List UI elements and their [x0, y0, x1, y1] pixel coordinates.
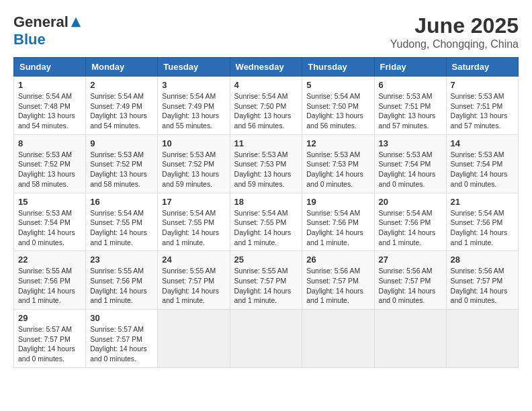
day-info: Sunrise: 5:53 AMSunset: 7:54 PMDaylight:… — [379, 150, 442, 189]
calendar-header-row: SundayMondayTuesdayWednesdayThursdayFrid… — [14, 58, 519, 77]
day-info: Sunrise: 5:55 AMSunset: 7:56 PMDaylight:… — [90, 266, 153, 306]
calendar-week-row: 29Sunrise: 5:57 AMSunset: 7:57 PMDayligh… — [14, 310, 519, 368]
day-number: 12 — [306, 138, 369, 148]
day-header-monday: Monday — [86, 58, 158, 77]
calendar-week-row: 1Sunrise: 5:54 AMSunset: 7:48 PMDaylight… — [14, 77, 519, 135]
calendar-cell: 28Sunrise: 5:56 AMSunset: 7:57 PMDayligh… — [446, 251, 518, 310]
day-number: 25 — [234, 255, 298, 265]
calendar-cell: 5Sunrise: 5:54 AMSunset: 7:50 PMDaylight… — [302, 77, 374, 135]
day-header-sunday: Sunday — [14, 58, 86, 77]
logo-blue-text: Blue — [13, 31, 46, 48]
day-info: Sunrise: 5:53 AMSunset: 7:54 PMDaylight:… — [18, 208, 81, 248]
calendar-cell: 17Sunrise: 5:54 AMSunset: 7:55 PMDayligh… — [158, 193, 230, 251]
calendar-week-row: 15Sunrise: 5:53 AMSunset: 7:54 PMDayligh… — [14, 193, 519, 251]
day-info: Sunrise: 5:54 AMSunset: 7:56 PMDaylight:… — [451, 208, 514, 248]
calendar-cell: 7Sunrise: 5:53 AMSunset: 7:51 PMDaylight… — [446, 77, 518, 135]
day-info: Sunrise: 5:55 AMSunset: 7:56 PMDaylight:… — [18, 266, 81, 306]
day-number: 6 — [379, 80, 442, 90]
day-header-wednesday: Wednesday — [230, 58, 302, 77]
day-info: Sunrise: 5:55 AMSunset: 7:57 PMDaylight:… — [234, 266, 298, 306]
page-header: General Blue June 2025 Yudong, Chongqing… — [13, 13, 519, 50]
calendar-cell — [446, 310, 518, 368]
calendar-cell — [230, 310, 302, 368]
calendar-cell — [158, 310, 230, 368]
calendar-cell: 29Sunrise: 5:57 AMSunset: 7:57 PMDayligh… — [14, 310, 86, 368]
calendar-cell: 18Sunrise: 5:54 AMSunset: 7:55 PMDayligh… — [230, 193, 302, 251]
calendar-cell: 12Sunrise: 5:53 AMSunset: 7:53 PMDayligh… — [302, 134, 374, 193]
calendar-cell: 4Sunrise: 5:54 AMSunset: 7:50 PMDaylight… — [230, 77, 302, 135]
calendar-cell: 19Sunrise: 5:54 AMSunset: 7:56 PMDayligh… — [302, 193, 374, 251]
calendar-week-row: 8Sunrise: 5:53 AMSunset: 7:52 PMDaylight… — [14, 134, 519, 193]
month-year-title: June 2025 — [390, 13, 519, 38]
calendar-cell: 30Sunrise: 5:57 AMSunset: 7:57 PMDayligh… — [86, 310, 158, 368]
calendar-cell: 6Sunrise: 5:53 AMSunset: 7:51 PMDaylight… — [374, 77, 446, 135]
day-header-friday: Friday — [374, 58, 446, 77]
calendar-cell: 21Sunrise: 5:54 AMSunset: 7:56 PMDayligh… — [446, 193, 518, 251]
day-info: Sunrise: 5:54 AMSunset: 7:49 PMDaylight:… — [90, 91, 153, 131]
logo-general-text: General — [13, 13, 69, 31]
day-number: 21 — [451, 197, 514, 207]
day-info: Sunrise: 5:54 AMSunset: 7:50 PMDaylight:… — [234, 91, 298, 131]
calendar-cell: 13Sunrise: 5:53 AMSunset: 7:54 PMDayligh… — [374, 134, 446, 193]
calendar-cell: 20Sunrise: 5:54 AMSunset: 7:56 PMDayligh… — [374, 193, 446, 251]
day-number: 28 — [451, 255, 514, 265]
day-info: Sunrise: 5:53 AMSunset: 7:52 PMDaylight:… — [18, 150, 81, 189]
calendar-cell: 2Sunrise: 5:54 AMSunset: 7:49 PMDaylight… — [86, 77, 158, 135]
calendar-cell: 24Sunrise: 5:55 AMSunset: 7:57 PMDayligh… — [158, 251, 230, 310]
day-info: Sunrise: 5:54 AMSunset: 7:55 PMDaylight:… — [162, 208, 225, 248]
day-number: 26 — [306, 255, 369, 265]
calendar-cell: 8Sunrise: 5:53 AMSunset: 7:52 PMDaylight… — [14, 134, 86, 193]
day-number: 2 — [90, 80, 153, 90]
day-header-saturday: Saturday — [446, 58, 518, 77]
calendar-cell: 1Sunrise: 5:54 AMSunset: 7:48 PMDaylight… — [14, 77, 86, 135]
calendar-cell: 11Sunrise: 5:53 AMSunset: 7:53 PMDayligh… — [230, 134, 302, 193]
day-number: 13 — [379, 138, 442, 148]
day-number: 7 — [451, 80, 514, 90]
day-info: Sunrise: 5:55 AMSunset: 7:57 PMDaylight:… — [162, 266, 225, 306]
location-subtitle: Yudong, Chongqing, China — [390, 38, 519, 50]
calendar-week-row: 22Sunrise: 5:55 AMSunset: 7:56 PMDayligh… — [14, 251, 519, 310]
title-block: June 2025 Yudong, Chongqing, China — [390, 13, 519, 50]
day-info: Sunrise: 5:57 AMSunset: 7:57 PMDaylight:… — [18, 324, 81, 364]
day-number: 18 — [234, 197, 298, 207]
day-info: Sunrise: 5:54 AMSunset: 7:50 PMDaylight:… — [306, 91, 369, 131]
day-info: Sunrise: 5:53 AMSunset: 7:51 PMDaylight:… — [379, 91, 442, 131]
day-number: 10 — [162, 138, 225, 148]
day-info: Sunrise: 5:56 AMSunset: 7:57 PMDaylight:… — [451, 266, 514, 306]
day-number: 5 — [306, 80, 369, 90]
day-number: 11 — [234, 138, 298, 148]
calendar-cell: 16Sunrise: 5:54 AMSunset: 7:55 PMDayligh… — [86, 193, 158, 251]
day-number: 24 — [162, 255, 225, 265]
day-info: Sunrise: 5:53 AMSunset: 7:53 PMDaylight:… — [234, 150, 298, 189]
day-number: 22 — [18, 255, 81, 265]
day-number: 29 — [18, 313, 81, 323]
day-header-thursday: Thursday — [302, 58, 374, 77]
day-info: Sunrise: 5:57 AMSunset: 7:57 PMDaylight:… — [90, 324, 153, 364]
calendar-cell: 15Sunrise: 5:53 AMSunset: 7:54 PMDayligh… — [14, 193, 86, 251]
day-info: Sunrise: 5:53 AMSunset: 7:52 PMDaylight:… — [162, 150, 225, 189]
day-info: Sunrise: 5:54 AMSunset: 7:49 PMDaylight:… — [162, 91, 225, 131]
day-number: 4 — [234, 80, 298, 90]
calendar-cell: 9Sunrise: 5:53 AMSunset: 7:52 PMDaylight… — [86, 134, 158, 193]
day-info: Sunrise: 5:54 AMSunset: 7:56 PMDaylight:… — [306, 208, 369, 248]
day-info: Sunrise: 5:54 AMSunset: 7:55 PMDaylight:… — [90, 208, 153, 248]
day-info: Sunrise: 5:53 AMSunset: 7:51 PMDaylight:… — [451, 91, 514, 131]
day-number: 8 — [18, 138, 81, 148]
day-number: 14 — [451, 138, 514, 148]
day-number: 30 — [90, 313, 153, 323]
calendar-table: SundayMondayTuesdayWednesdayThursdayFrid… — [13, 57, 519, 368]
day-info: Sunrise: 5:53 AMSunset: 7:54 PMDaylight:… — [451, 150, 514, 189]
calendar-cell: 10Sunrise: 5:53 AMSunset: 7:52 PMDayligh… — [158, 134, 230, 193]
day-number: 17 — [162, 197, 225, 207]
day-info: Sunrise: 5:54 AMSunset: 7:56 PMDaylight:… — [379, 208, 442, 248]
calendar-cell: 27Sunrise: 5:56 AMSunset: 7:57 PMDayligh… — [374, 251, 446, 310]
day-info: Sunrise: 5:56 AMSunset: 7:57 PMDaylight:… — [379, 266, 442, 306]
calendar-cell: 26Sunrise: 5:56 AMSunset: 7:57 PMDayligh… — [302, 251, 374, 310]
day-number: 16 — [90, 197, 153, 207]
day-number: 27 — [379, 255, 442, 265]
calendar-cell: 22Sunrise: 5:55 AMSunset: 7:56 PMDayligh… — [14, 251, 86, 310]
day-number: 3 — [162, 80, 225, 90]
calendar-cell: 23Sunrise: 5:55 AMSunset: 7:56 PMDayligh… — [86, 251, 158, 310]
logo: General Blue — [13, 13, 82, 48]
calendar-cell: 25Sunrise: 5:55 AMSunset: 7:57 PMDayligh… — [230, 251, 302, 310]
